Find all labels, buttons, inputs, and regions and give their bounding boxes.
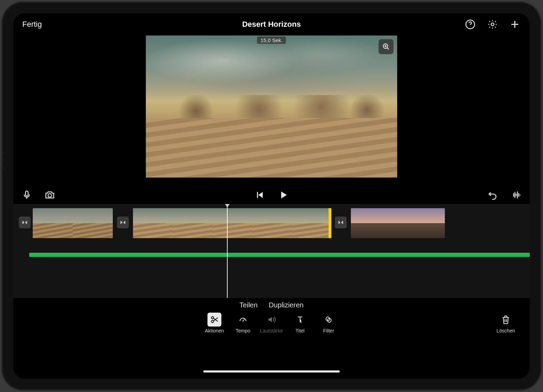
plus-icon[interactable]	[509, 18, 521, 30]
delete-button[interactable]: Löschen	[494, 313, 518, 334]
camera-icon[interactable]	[44, 189, 56, 201]
speaker-icon	[265, 313, 278, 327]
playhead-handle[interactable]	[225, 204, 230, 208]
device-port	[2, 159, 4, 162]
title-tool[interactable]: Titel	[286, 313, 314, 344]
undo-icon[interactable]	[487, 189, 498, 201]
volume-tool: Lautstärke	[257, 313, 286, 344]
duplicate-button[interactable]: Duplizieren	[269, 301, 304, 309]
scissors-icon	[207, 313, 221, 327]
timeline-clip[interactable]	[33, 208, 113, 238]
trash-icon	[499, 313, 513, 327]
speedometer-icon	[236, 313, 250, 327]
actions-tool[interactable]: Aktionen	[200, 313, 229, 344]
split-button[interactable]: Teilen	[239, 301, 258, 309]
timeline-clip-selected[interactable]	[133, 208, 331, 238]
filter-tool[interactable]: Filter	[314, 313, 343, 344]
waveform-icon[interactable]	[510, 189, 522, 201]
mic-icon[interactable]	[21, 189, 33, 201]
svg-point-2	[491, 23, 494, 26]
home-indicator[interactable]	[203, 370, 340, 373]
device-port	[2, 152, 4, 154]
trim-handle-right[interactable]	[329, 208, 331, 238]
playhead[interactable]	[227, 204, 228, 298]
clips-track	[13, 208, 530, 240]
tool-label: Tempo	[236, 328, 250, 334]
svg-point-12	[242, 321, 243, 322]
tool-label: Aktionen	[205, 328, 224, 334]
done-button[interactable]: Fertig	[22, 20, 42, 29]
tempo-tool[interactable]: Tempo	[229, 313, 257, 344]
ipad-frame: Fertig Desert Horizons 15,0 Sek.	[2, 2, 541, 390]
text-icon	[293, 313, 307, 327]
svg-point-1	[470, 26, 471, 27]
device-port	[2, 167, 4, 170]
tool-label: Löschen	[497, 328, 515, 334]
svg-rect-4	[25, 191, 28, 196]
app-screen: Fertig Desert Horizons 15,0 Sek.	[13, 13, 530, 379]
clip-subactions: Teilen Duplizieren	[13, 298, 530, 312]
tool-label: Filter	[323, 328, 334, 334]
video-preview[interactable]: 15,0 Sek.	[146, 36, 397, 178]
transition-marker[interactable]	[19, 217, 31, 228]
gear-icon[interactable]	[487, 18, 498, 30]
magnify-plus-icon[interactable]	[378, 39, 394, 54]
timeline[interactable]	[13, 204, 530, 298]
transition-marker[interactable]	[117, 217, 129, 228]
svg-point-5	[48, 194, 52, 197]
transition-marker[interactable]	[335, 217, 347, 228]
filter-circles-icon	[322, 313, 336, 327]
project-title: Desert Horizons	[13, 20, 530, 29]
clip-duration-badge: 15,0 Sek.	[257, 37, 286, 44]
edit-toolbar: Aktionen Tempo Lautstärke Titel	[13, 313, 530, 344]
skip-back-icon[interactable]	[254, 189, 266, 201]
play-icon[interactable]	[277, 189, 289, 201]
help-icon[interactable]	[464, 18, 476, 30]
tool-label: Lautstärke	[260, 328, 283, 334]
tool-label: Titel	[296, 328, 305, 334]
top-bar: Fertig Desert Horizons	[13, 13, 530, 36]
playback-controls	[13, 187, 530, 203]
audio-track[interactable]	[29, 253, 530, 257]
timeline-clip[interactable]	[351, 208, 445, 238]
preview-area: 15,0 Sek.	[13, 36, 530, 185]
